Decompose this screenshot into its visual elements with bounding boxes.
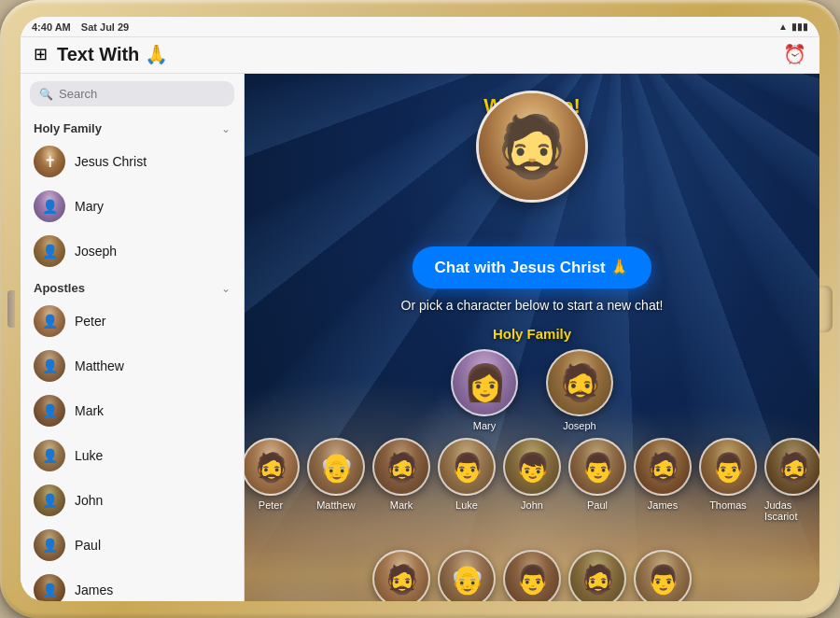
avatar-jesus: ✝ [34, 146, 65, 177]
avatar-peter-md: 🧔 [245, 438, 300, 496]
main-layout: 🔍 Holy Family ⌄ ✝ Jesus Christ 👤 [21, 74, 819, 601]
group-header-holy-family[interactable]: Holy Family ⌄ [21, 114, 244, 139]
char-matthew[interactable]: 👴 Matthew [307, 438, 365, 522]
avatar-extra-4: 🧔 [568, 550, 626, 601]
avatar-james: 👤 [34, 574, 65, 601]
char-extra-3[interactable]: 👨 [503, 550, 561, 601]
contact-name-mary: Mary [75, 199, 104, 214]
char-john[interactable]: 👦 John [503, 438, 561, 522]
char-luke[interactable]: 👨 Luke [438, 438, 496, 522]
chat-button-container: Chat with Jesus Christ 🙏 Or pick a chara… [245, 246, 819, 313]
device-screen: 4:40 AM Sat Jul 29 ▲ ▮▮▮ ⊞ Text With 🙏 ⏰… [21, 17, 819, 601]
contact-luke[interactable]: 👤 Luke [21, 433, 244, 478]
char-name-luke: Luke [455, 499, 478, 511]
jesus-portrait[interactable]: 🧔 [476, 91, 588, 203]
battery-icon: ▮▮▮ [791, 21, 808, 32]
char-name-james: James [648, 499, 678, 511]
char-mark[interactable]: 🧔 Mark [372, 438, 430, 522]
avatar-james-md: 🧔 [634, 438, 692, 496]
avatar-judas-md: 🧔 [764, 438, 819, 496]
content-area: Welcome! 🧔 Chat with Jesus Christ 🙏 Or p… [245, 74, 819, 601]
chat-with-jesus-button[interactable]: Chat with Jesus Christ 🙏 [413, 246, 652, 288]
char-thomas[interactable]: 👨 Thomas [699, 438, 757, 522]
avatar-matthew: 👤 [34, 350, 65, 382]
contact-name-joseph: Joseph [75, 244, 117, 259]
avatar-joseph: 👤 [34, 235, 65, 267]
char-mary[interactable]: 👩 Mary [451, 349, 518, 431]
status-icons: ▲ ▮▮▮ [778, 21, 808, 32]
avatar-mary-lg: 👩 [451, 349, 518, 416]
avatar-extra-2: 👴 [438, 550, 496, 601]
clock-icon[interactable]: ⏰ [783, 43, 806, 65]
jesus-portrait-inner: 🧔 [479, 93, 585, 200]
contact-peter[interactable]: 👤 Peter [21, 299, 244, 344]
avatar-peter: 👤 [34, 305, 65, 337]
avatar-luke-md: 👨 [438, 438, 496, 496]
contact-name-mark: Mark [75, 403, 104, 418]
char-paul[interactable]: 👨 Paul [568, 438, 626, 522]
avatar-paul: 👤 [34, 529, 65, 561]
search-icon: 🔍 [39, 88, 53, 101]
char-joseph[interactable]: 🧔 Joseph [546, 349, 613, 431]
char-extra-1[interactable]: 🧔 [372, 550, 430, 601]
app-title: Text With 🙏 [57, 43, 774, 65]
contact-mary[interactable]: 👤 Mary [21, 184, 244, 229]
avatar-extra-1: 🧔 [372, 550, 430, 601]
avatar-john: 👤 [34, 485, 65, 516]
char-name-joseph: Joseph [563, 420, 595, 431]
contact-joseph[interactable]: 👤 Joseph [21, 229, 244, 274]
char-peter[interactable]: 🧔 Peter [245, 438, 300, 522]
search-bar[interactable]: 🔍 [30, 81, 234, 106]
side-home-button[interactable] [819, 286, 833, 332]
contact-jesus-christ[interactable]: ✝ Jesus Christ [21, 139, 244, 184]
avatar-mark: 👤 [34, 395, 65, 427]
status-date: Sat Jul 29 [81, 21, 129, 33]
chevron-apostles: ⌄ [221, 282, 231, 295]
apostles-row: 🧔 Peter 👴 Matthew 🧔 Mark [254, 438, 810, 522]
group-header-apostles[interactable]: Apostles ⌄ [21, 274, 244, 299]
char-extra-4[interactable]: 🧔 [568, 550, 626, 601]
chevron-holy-family: ⌄ [221, 122, 231, 135]
char-james[interactable]: 🧔 James [634, 438, 692, 522]
char-name-mary: Mary [473, 420, 496, 431]
app-header: ⊞ Text With 🙏 ⏰ [21, 37, 819, 74]
avatar-paul-md: 👨 [568, 438, 626, 496]
holy-family-row: 👩 Mary 🧔 Joseph [451, 349, 613, 431]
avatar-mark-md: 🧔 [372, 438, 430, 496]
contact-name-paul: Paul [75, 538, 101, 553]
avatar-luke: 👤 [34, 440, 65, 471]
char-name-mark: Mark [390, 499, 413, 511]
contact-mark[interactable]: 👤 Mark [21, 388, 244, 433]
group-label-apostles: Apostles [34, 281, 85, 295]
char-extra-5[interactable]: 👨 [634, 550, 692, 601]
avatar-john-md: 👦 [503, 438, 561, 496]
char-judas[interactable]: 🧔 Judas Iscariot [764, 438, 819, 522]
grid-icon[interactable]: ⊞ [34, 44, 48, 64]
contact-matthew[interactable]: 👤 Matthew [21, 344, 244, 388]
search-input[interactable] [59, 87, 225, 101]
char-name-peter: Peter [259, 499, 283, 511]
status-bar: 4:40 AM Sat Jul 29 ▲ ▮▮▮ [21, 17, 819, 37]
wifi-icon: ▲ [778, 21, 788, 32]
char-name-matthew: Matthew [316, 499, 356, 511]
more-characters-row: 🧔 👴 👨 🧔 [254, 550, 810, 601]
avatar-thomas-md: 👨 [699, 438, 757, 496]
avatar-joseph-lg: 🧔 [546, 349, 613, 416]
contact-name-luke: Luke [75, 448, 103, 463]
contact-name-peter: Peter [75, 314, 105, 329]
device-frame: 4:40 AM Sat Jul 29 ▲ ▮▮▮ ⊞ Text With 🙏 ⏰… [0, 0, 840, 618]
char-name-thomas: Thomas [709, 499, 747, 511]
group-label-holy-family: Holy Family [34, 121, 102, 135]
contact-name-jesus: Jesus Christ [75, 154, 147, 169]
contact-name-matthew: Matthew [75, 358, 124, 373]
contact-john[interactable]: 👤 John [21, 478, 244, 523]
pick-character-text: Or pick a character below to start a new… [401, 298, 664, 313]
char-name-paul: Paul [587, 499, 608, 511]
char-extra-2[interactable]: 👴 [438, 550, 496, 601]
status-time-date: 4:40 AM Sat Jul 29 [32, 21, 129, 33]
contact-paul[interactable]: 👤 Paul [21, 523, 244, 568]
side-volume-button[interactable] [7, 290, 15, 328]
char-name-judas: Judas Iscariot [764, 499, 819, 522]
contact-james[interactable]: 👤 James [21, 568, 244, 601]
contact-name-john: John [75, 493, 103, 508]
